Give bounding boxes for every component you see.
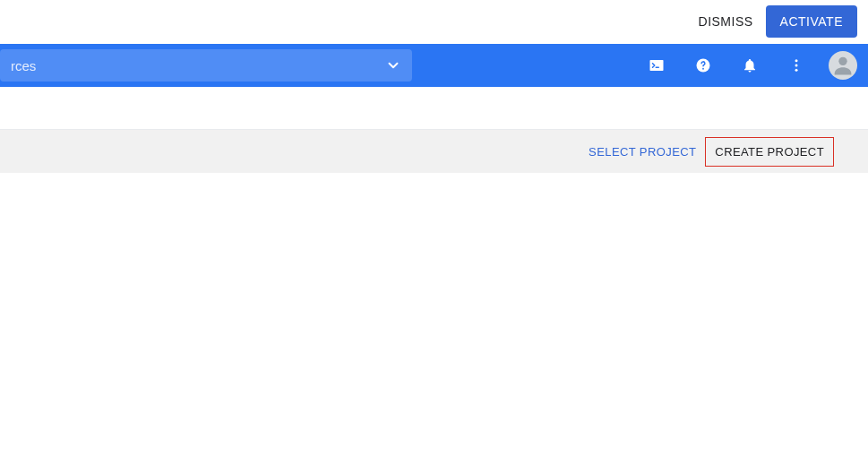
chevron-down-icon [385,57,401,73]
dismiss-button[interactable]: DISMISS [697,7,755,36]
notifications-icon[interactable] [732,47,768,83]
svg-point-5 [795,64,798,67]
svg-point-6 [795,69,798,72]
activate-button[interactable]: ACTIVATE [766,5,857,38]
select-project-button[interactable]: SELECT PROJECT [585,138,700,166]
svg-point-4 [795,59,798,62]
svg-rect-0 [650,60,664,71]
svg-point-3 [702,68,704,70]
svg-point-7 [838,57,847,65]
top-banner: DISMISS ACTIVATE [0,0,868,44]
action-bar: SELECT PROJECT CREATE PROJECT [0,130,868,173]
header-bar: rces [0,44,868,87]
more-icon[interactable] [778,47,814,83]
help-icon[interactable] [685,47,721,83]
cloud-shell-icon[interactable] [639,47,675,83]
create-project-button[interactable]: CREATE PROJECT [705,137,834,167]
avatar[interactable] [829,51,857,80]
sub-bar [0,87,868,129]
search-dropdown[interactable]: rces [0,49,412,82]
search-text: rces [11,58,36,73]
